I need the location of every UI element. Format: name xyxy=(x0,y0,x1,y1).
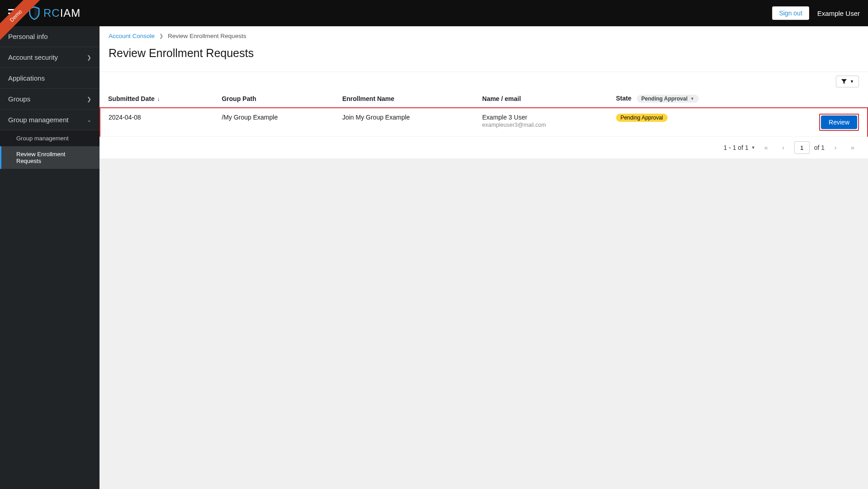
main-content: Account Console ❯ Review Enrollment Requ… xyxy=(100,26,868,489)
review-button[interactable]: Review xyxy=(821,115,857,129)
sidebar-subitem-group-management[interactable]: Group management xyxy=(0,130,100,146)
sidebar-item-group-management[interactable]: Group management ⌄ xyxy=(0,110,100,130)
col-label: Group Path xyxy=(222,95,256,102)
pagination-range[interactable]: 1 - 1 of 1 ▼ xyxy=(723,144,755,151)
current-user-label: Example User xyxy=(817,10,860,17)
signout-button[interactable]: Sign out xyxy=(772,6,809,20)
chevron-down-icon: ⌄ xyxy=(87,117,91,123)
sidebar-item-applications[interactable]: Applications xyxy=(0,68,100,89)
empty-area xyxy=(100,158,868,489)
chevron-right-icon: ❯ xyxy=(159,33,163,39)
sort-desc-icon: ↓ xyxy=(157,96,160,102)
col-actions xyxy=(773,90,868,108)
col-name-email[interactable]: Name / email xyxy=(474,90,608,108)
col-state[interactable]: State Pending Approval ▼ xyxy=(608,90,773,108)
sidebar-subitem-review-enrollment-requests[interactable]: Review Enrollment Requests xyxy=(0,146,100,169)
col-label: State xyxy=(616,95,631,102)
cell-user-name: Example 3 User xyxy=(482,114,600,121)
col-group-path[interactable]: Group Path xyxy=(213,90,334,108)
pagination-of-label: of 1 xyxy=(814,144,825,151)
state-badge-pending: Pending Approval xyxy=(616,114,668,122)
brand-logo[interactable]: RCIAM xyxy=(28,6,81,20)
col-label: Name / email xyxy=(482,95,521,102)
pagination-prev-button[interactable]: ‹ xyxy=(777,141,790,154)
enrollment-requests-table: Submitted Date ↓ Group Path Enrollment N… xyxy=(100,90,868,137)
col-label: Submitted Date xyxy=(108,95,155,102)
sidebar-item-label: Account security xyxy=(8,53,58,61)
breadcrumb-current: Review Enrollment Requests xyxy=(168,33,246,39)
sidebar-item-account-security[interactable]: Account security ❯ xyxy=(0,47,100,68)
cell-state: Pending Approval xyxy=(608,108,773,137)
sidebar-submenu-group-management: Group management Review Enrollment Reque… xyxy=(0,130,100,169)
shield-icon xyxy=(28,6,41,20)
caret-down-icon: ▼ xyxy=(751,145,755,150)
chevron-right-icon: ❯ xyxy=(87,54,91,61)
sidebar: Personal info Account security ❯ Applica… xyxy=(0,26,100,489)
filter-button[interactable]: ▼ xyxy=(836,76,859,87)
cell-name-email: Example 3 User exampleuser3@mail.com xyxy=(474,108,608,137)
col-enrollment-name[interactable]: Enrollment Name xyxy=(334,90,474,108)
pagination: 1 - 1 of 1 ▼ « ‹ of 1 › » xyxy=(100,137,868,158)
sidebar-item-label: Group management xyxy=(8,116,68,124)
brand-text-rc: RC xyxy=(43,7,60,19)
sidebar-subitem-label: Group management xyxy=(16,135,69,142)
cell-actions: Review xyxy=(773,108,868,137)
pagination-range-text: 1 - 1 of 1 xyxy=(723,144,748,151)
table-row: 2024-04-08 /My Group Example Join My Gro… xyxy=(100,108,868,137)
col-label: Enrollment Name xyxy=(342,95,394,102)
pagination-page-input[interactable] xyxy=(794,141,810,154)
chevron-right-icon: ❯ xyxy=(87,96,91,102)
page-title: Review Enrollment Requests xyxy=(100,43,868,72)
sidebar-item-label: Applications xyxy=(8,74,45,82)
pagination-first-button[interactable]: « xyxy=(760,141,773,154)
sidebar-item-label: Groups xyxy=(8,95,30,103)
brand-text-iam: IAM xyxy=(60,7,81,19)
cell-group-path: /My Group Example xyxy=(213,108,334,137)
hamburger-icon[interactable] xyxy=(8,9,18,17)
sidebar-item-label: Personal info xyxy=(8,33,48,40)
sidebar-subitem-label: Review Enrollment Requests xyxy=(16,151,65,164)
pagination-last-button[interactable]: » xyxy=(846,141,859,154)
pagination-next-button[interactable]: › xyxy=(829,141,842,154)
breadcrumb-root-link[interactable]: Account Console xyxy=(109,33,155,39)
state-filter-chip-label: Pending Approval xyxy=(641,96,688,102)
sidebar-item-groups[interactable]: Groups ❯ xyxy=(0,89,100,110)
cell-submitted-date: 2024-04-08 xyxy=(100,108,213,137)
caret-down-icon: ▼ xyxy=(690,96,694,101)
topbar: Demo RCIAM Sign out Example User xyxy=(0,0,868,26)
state-filter-chip[interactable]: Pending Approval ▼ xyxy=(637,95,699,103)
cell-user-email: exampleuser3@mail.com xyxy=(482,122,600,128)
filter-icon xyxy=(841,78,847,85)
col-submitted-date[interactable]: Submitted Date ↓ xyxy=(100,90,213,108)
cell-enrollment-name: Join My Group Example xyxy=(334,108,474,137)
breadcrumb: Account Console ❯ Review Enrollment Requ… xyxy=(100,26,868,43)
sidebar-item-personal-info[interactable]: Personal info xyxy=(0,26,100,47)
table-toolbar: ▼ xyxy=(100,72,868,90)
caret-down-icon: ▼ xyxy=(850,79,854,84)
